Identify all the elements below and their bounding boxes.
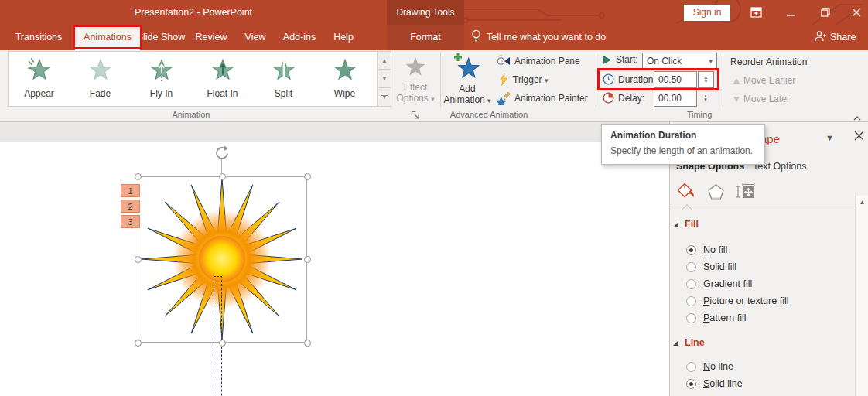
dashed-shape-outline[interactable]: [214, 276, 222, 396]
start-dropdown[interactable]: On Click ▾: [642, 53, 717, 70]
move-earlier-button[interactable]: Move Earlier: [733, 75, 795, 86]
animation-painter-button[interactable]: Animation Painter: [495, 91, 588, 105]
rotation-handle[interactable]: [215, 145, 229, 162]
group-separator: [440, 52, 441, 107]
radio-icon: [686, 362, 696, 372]
tell-me-box[interactable]: Tell me what you want to do: [470, 25, 606, 50]
resize-handle-e[interactable]: [304, 256, 311, 263]
add-animation-icon: [453, 53, 481, 80]
radio-no-line[interactable]: No line: [686, 360, 733, 374]
animation-pane-label: Animation Pane: [514, 56, 580, 67]
gallery-item-appear[interactable]: Appear: [9, 52, 70, 106]
slide[interactable]: [0, 142, 669, 396]
tab-animations[interactable]: Animations: [75, 25, 140, 50]
trigger-label: Trigger ▾: [513, 74, 548, 85]
delay-input[interactable]: 00.00: [654, 90, 697, 107]
radio-picture-texture-fill[interactable]: Picture or texture fill: [686, 294, 788, 308]
gallery-item-float-in[interactable]: Float In: [192, 52, 253, 106]
share-button[interactable]: Share: [814, 25, 856, 50]
share-person-icon: [814, 30, 826, 43]
dropdown-caret-icon: ▾: [709, 57, 713, 65]
pentagon-icon: [707, 183, 725, 201]
gallery-item-fade[interactable]: Fade: [70, 52, 131, 106]
effect-options-label-1: Effect: [393, 82, 438, 93]
trigger-button[interactable]: Trigger ▾: [498, 73, 548, 86]
fill-line-tab-button[interactable]: [677, 182, 697, 205]
radio-solid-fill[interactable]: Solid fill: [686, 260, 736, 274]
resize-handle-n[interactable]: [219, 173, 226, 180]
tab-help[interactable]: Help: [328, 25, 359, 50]
sign-in-button[interactable]: Sign in: [684, 5, 730, 21]
animation-dialog-launcher[interactable]: [411, 109, 420, 123]
panel-scrollbar[interactable]: ▲: [855, 196, 868, 396]
scrollbar-up-button[interactable]: ▲: [856, 196, 868, 209]
resize-handle-nw[interactable]: [135, 173, 142, 180]
panel-menu-caret-icon[interactable]: ▼: [825, 133, 834, 142]
ribbon-display-options-button[interactable]: [740, 0, 771, 25]
fill-section-header[interactable]: Fill: [673, 219, 699, 230]
gallery-more-button[interactable]: ▼: [378, 88, 391, 107]
size-properties-tab-button[interactable]: [736, 183, 756, 204]
ribbon: Appear Fade Fly In: [0, 50, 868, 122]
powerpoint-window: Presentation2 - PowerPoint Drawing Tools…: [0, 0, 868, 396]
tab-transitions[interactable]: Transitions: [11, 25, 67, 50]
minimize-button[interactable]: [775, 0, 806, 25]
split-icon: [271, 56, 297, 83]
sun-star-shape[interactable]: [137, 174, 307, 344]
gallery-item-fly-in[interactable]: Fly In: [131, 52, 192, 106]
effect-options-icon: [403, 54, 428, 79]
title-bar: Presentation2 - PowerPoint Drawing Tools…: [0, 0, 868, 25]
restore-button[interactable]: [810, 0, 841, 25]
resize-handle-s[interactable]: [219, 340, 226, 346]
duration-row: Duration:: [603, 73, 656, 85]
animation-painter-icon: [495, 91, 511, 105]
line-section-header[interactable]: Line: [673, 337, 705, 348]
radio-solid-line[interactable]: Solid line: [686, 377, 743, 391]
duration-spinner[interactable]: ▲▼: [698, 71, 714, 88]
gallery-item-wipe[interactable]: Wipe: [314, 52, 375, 106]
radio-no-fill[interactable]: No fill: [686, 243, 727, 257]
effect-options-label-2: Options ▾: [393, 93, 438, 104]
advanced-animation-group-label: Advanced Animation: [427, 110, 551, 122]
animation-badge-1[interactable]: 1: [121, 184, 140, 197]
animation-pane-icon: [497, 55, 511, 67]
tab-add-ins[interactable]: Add-ins: [280, 25, 319, 50]
animation-badge-2[interactable]: 2: [121, 200, 140, 213]
animation-pane-button[interactable]: Animation Pane: [497, 55, 580, 67]
resize-handle-sw[interactable]: [135, 340, 142, 346]
radio-selected-icon: [686, 245, 696, 255]
gallery-item-split[interactable]: Split: [253, 52, 314, 106]
gallery-scroll-up-button[interactable]: ▲: [378, 51, 391, 70]
duration-input[interactable]: 00.50: [654, 71, 697, 88]
group-separator: [596, 52, 596, 107]
tab-format[interactable]: Format: [398, 25, 453, 50]
ribbon-display-icon: [750, 7, 762, 18]
add-animation-button[interactable]: Add Animation ▾: [443, 51, 492, 107]
close-button[interactable]: [845, 0, 868, 25]
restore-icon: [821, 8, 830, 17]
gallery-scroll-down-button[interactable]: ▼: [378, 70, 391, 88]
resize-handle-w[interactable]: [135, 256, 142, 263]
move-earlier-icon: [733, 78, 740, 84]
fade-icon: [87, 56, 114, 83]
panel-close-button[interactable]: [854, 130, 864, 144]
tab-slide-show[interactable]: Slide Show: [132, 25, 190, 50]
collapse-triangle-icon: [673, 340, 678, 346]
radio-pattern-fill[interactable]: Pattern fill: [686, 311, 747, 325]
resize-handle-se[interactable]: [304, 340, 311, 346]
gallery-item-label: Wipe: [314, 88, 375, 99]
animation-badge-3[interactable]: 3: [121, 215, 140, 228]
effects-tab-button[interactable]: [707, 183, 725, 204]
animation-group-label: Animation: [129, 110, 253, 122]
move-later-button[interactable]: Move Later: [733, 94, 790, 104]
resize-handle-ne[interactable]: [304, 173, 311, 180]
radio-gradient-fill[interactable]: Gradient fill: [686, 277, 752, 291]
sun-core: [199, 236, 245, 282]
start-play-icon: [603, 55, 612, 65]
tab-review[interactable]: Review: [192, 25, 231, 50]
tab-view[interactable]: View: [240, 25, 271, 50]
effect-options-button[interactable]: Effect Options ▾: [393, 51, 438, 107]
delay-spinner[interactable]: ▲▼: [699, 90, 712, 107]
spinner-down-icon: ▼: [704, 80, 709, 84]
start-row: Start:: [603, 54, 638, 65]
